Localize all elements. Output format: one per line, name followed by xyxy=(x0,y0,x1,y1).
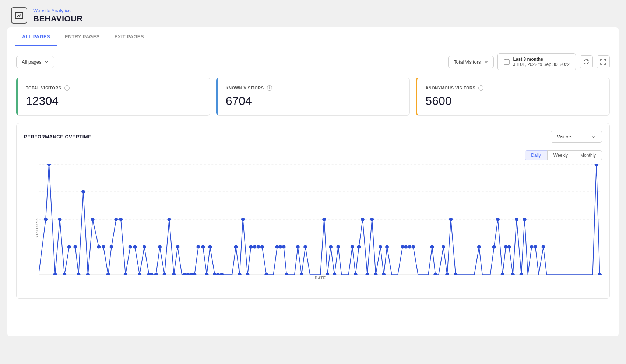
svg-point-31 xyxy=(119,218,123,221)
pages-dropdown[interactable]: All pages xyxy=(16,56,54,68)
svg-point-20 xyxy=(67,245,71,248)
svg-point-58 xyxy=(241,218,245,221)
chart-wrapper: VISITORS 0 1 2 3 4 xyxy=(24,164,602,291)
svg-point-55 xyxy=(220,273,224,275)
stat-header-total: TOTAL VISITORS i xyxy=(26,85,202,91)
svg-point-73 xyxy=(326,273,329,275)
svg-point-52 xyxy=(208,245,212,248)
svg-point-49 xyxy=(196,245,200,248)
metric-dropdown[interactable]: Total Visitors xyxy=(448,56,493,68)
page-icon xyxy=(11,7,27,24)
svg-point-16 xyxy=(47,164,51,166)
svg-point-26 xyxy=(97,245,101,248)
date-range-box[interactable]: Last 3 months Jul 01, 2022 to Sep 30, 20… xyxy=(497,53,576,70)
refresh-button[interactable] xyxy=(580,55,593,68)
svg-point-70 xyxy=(300,273,303,275)
svg-point-87 xyxy=(401,245,404,248)
svg-point-54 xyxy=(216,273,220,275)
svg-point-63 xyxy=(260,245,264,248)
svg-point-28 xyxy=(106,273,110,275)
svg-point-86 xyxy=(385,245,389,248)
chart-area: 0 1 2 3 4 xyxy=(39,164,602,275)
svg-point-45 xyxy=(182,273,186,275)
tabs-bar: ALL PAGES ENTRY PAGES EXIT PAGES xyxy=(7,27,619,46)
svg-point-91 xyxy=(430,245,434,248)
page-header: Website Analytics BEHAVIOUR xyxy=(0,0,626,27)
svg-point-89 xyxy=(408,245,411,248)
x-axis-label: DATE xyxy=(39,276,602,280)
svg-point-69 xyxy=(296,245,300,248)
svg-point-97 xyxy=(477,245,481,248)
daily-button[interactable]: Daily xyxy=(525,150,547,160)
svg-point-18 xyxy=(58,218,61,221)
y-axis-label: VISITORS xyxy=(35,218,39,238)
perf-title: PERFORMANCE OVERTIME xyxy=(24,134,91,139)
svg-point-80 xyxy=(361,218,365,221)
svg-point-68 xyxy=(285,273,288,275)
svg-point-94 xyxy=(445,273,449,275)
tab-entry-pages[interactable]: ENTRY PAGES xyxy=(57,27,107,46)
svg-point-21 xyxy=(73,245,77,248)
svg-point-62 xyxy=(257,245,260,248)
svg-point-85 xyxy=(382,273,386,275)
svg-point-95 xyxy=(449,218,453,221)
monthly-button[interactable]: Monthly xyxy=(574,150,602,160)
svg-point-99 xyxy=(496,218,500,221)
stat-value-total: 12304 xyxy=(26,94,202,108)
svg-point-96 xyxy=(454,273,457,275)
svg-point-19 xyxy=(63,273,66,275)
tab-all-pages[interactable]: ALL PAGES xyxy=(15,27,57,46)
svg-point-100 xyxy=(501,273,504,275)
info-icon-total[interactable]: i xyxy=(64,85,70,91)
svg-point-83 xyxy=(374,273,377,275)
svg-point-66 xyxy=(279,245,282,248)
svg-rect-1 xyxy=(504,60,509,64)
svg-point-38 xyxy=(150,273,153,275)
svg-point-36 xyxy=(143,245,146,248)
svg-point-23 xyxy=(81,190,85,193)
svg-point-35 xyxy=(138,273,141,275)
svg-point-106 xyxy=(523,218,527,221)
svg-point-53 xyxy=(213,273,217,275)
svg-point-59 xyxy=(246,273,249,275)
svg-rect-0 xyxy=(15,12,23,19)
svg-point-81 xyxy=(365,273,369,275)
svg-point-90 xyxy=(411,245,415,248)
weekly-button[interactable]: Weekly xyxy=(547,150,574,160)
header-text: Website Analytics BEHAVIOUR xyxy=(33,8,83,24)
svg-point-65 xyxy=(275,245,279,248)
svg-point-42 xyxy=(167,218,171,221)
info-icon-anon[interactable]: i xyxy=(478,85,483,91)
date-label-text: Last 3 months Jul 01, 2022 to Sep 30, 20… xyxy=(513,57,570,67)
svg-point-71 xyxy=(303,245,307,248)
filters-row: All pages Total Visitors Last 3 xyxy=(16,53,610,70)
svg-point-51 xyxy=(205,273,208,275)
expand-button[interactable] xyxy=(597,55,610,68)
svg-point-102 xyxy=(507,245,511,248)
svg-point-84 xyxy=(379,245,382,248)
info-icon-known[interactable]: i xyxy=(267,85,272,91)
content-area: All pages Total Visitors Last 3 xyxy=(7,46,619,306)
svg-point-110 xyxy=(595,164,598,166)
svg-point-67 xyxy=(282,245,285,248)
svg-point-24 xyxy=(86,273,90,275)
svg-point-79 xyxy=(357,245,361,248)
svg-point-109 xyxy=(542,245,545,248)
stats-row: TOTAL VISITORS i 12304 KNOWN VISITORS i … xyxy=(16,78,610,116)
svg-point-78 xyxy=(354,273,358,275)
svg-point-88 xyxy=(404,245,408,248)
stat-header-known: KNOWN VISITORS i xyxy=(226,85,402,91)
breadcrumb[interactable]: Website Analytics xyxy=(33,8,83,13)
stat-value-anon: 5600 xyxy=(425,94,601,108)
visitors-dropdown[interactable]: Visitors xyxy=(551,131,602,143)
svg-point-77 xyxy=(351,245,354,248)
svg-point-50 xyxy=(201,245,205,248)
svg-point-34 xyxy=(133,245,137,248)
svg-point-27 xyxy=(102,245,105,248)
svg-point-56 xyxy=(234,245,238,248)
svg-point-101 xyxy=(504,245,508,248)
svg-point-93 xyxy=(442,245,445,248)
svg-point-40 xyxy=(158,245,162,248)
tab-exit-pages[interactable]: EXIT PAGES xyxy=(107,27,151,46)
stat-value-known: 6704 xyxy=(226,94,402,108)
